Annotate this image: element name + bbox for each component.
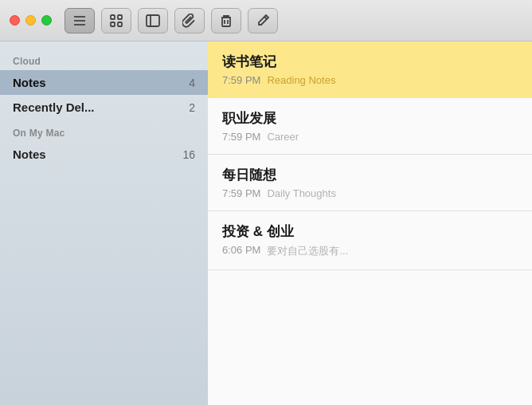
- sidebar: Cloud Notes 4 Recently Del... 2 On My Ma…: [0, 41, 208, 405]
- svg-line-12: [264, 17, 267, 19]
- notes-list: 读书笔记 7:59 PM Reading Notes 职业发展 7:59 PM …: [208, 41, 532, 405]
- note-preview: Career: [267, 131, 299, 143]
- compose-button[interactable]: [248, 8, 278, 33]
- main-area: Cloud Notes 4 Recently Del... 2 On My Ma…: [0, 41, 532, 405]
- sidebar-item-recently-deleted[interactable]: Recently Del... 2: [0, 95, 208, 120]
- note-title: 读书笔记: [222, 53, 518, 71]
- titlebar: [0, 0, 532, 41]
- menu-button[interactable]: [65, 8, 95, 33]
- grid-icon: [109, 14, 123, 28]
- note-item[interactable]: 读书笔记 7:59 PM Reading Notes: [208, 41, 532, 98]
- trash-icon: [219, 14, 233, 28]
- sidebar-item-notes-cloud[interactable]: Notes 4: [0, 70, 208, 95]
- note-time: 7:59 PM: [222, 74, 260, 86]
- compose-icon: [256, 14, 270, 28]
- trash-button[interactable]: [211, 8, 241, 33]
- sidebar-toggle-button[interactable]: [138, 8, 168, 33]
- svg-rect-9: [222, 18, 230, 26]
- svg-rect-7: [147, 15, 159, 26]
- note-preview: 要对自己选股有...: [267, 244, 348, 258]
- attach-icon: [182, 14, 197, 28]
- sidebar-item-label: Notes: [13, 147, 182, 161]
- note-title: 投资 & 创业: [222, 222, 518, 241]
- note-time: 6:06 PM: [222, 244, 260, 258]
- svg-rect-3: [111, 15, 115, 19]
- svg-rect-5: [111, 22, 115, 26]
- sidebar-item-count: 16: [182, 148, 195, 161]
- note-item[interactable]: 职业发展 7:59 PM Career: [208, 98, 532, 155]
- svg-rect-4: [118, 15, 122, 19]
- sidebar-item-count: 4: [189, 77, 195, 89]
- sidebar-item-count: 2: [189, 101, 195, 114]
- sidebar-item-notes-local[interactable]: Notes 16: [0, 142, 208, 167]
- sidebar-icon: [146, 14, 160, 28]
- note-meta: 7:59 PM Reading Notes: [222, 74, 518, 86]
- menu-icon: [72, 14, 87, 28]
- note-preview: Daily Thoughts: [267, 187, 335, 199]
- minimize-button[interactable]: [25, 15, 36, 26]
- note-meta: 7:59 PM Career: [222, 131, 518, 143]
- traffic-lights: [10, 15, 52, 26]
- note-preview: Reading Notes: [267, 74, 335, 86]
- maximize-button[interactable]: [41, 15, 52, 26]
- close-button[interactable]: [10, 15, 20, 26]
- note-item[interactable]: 投资 & 创业 6:06 PM 要对自己选股有...: [208, 211, 532, 270]
- note-item[interactable]: 每日随想 7:59 PM Daily Thoughts: [208, 155, 532, 211]
- note-meta: 7:59 PM Daily Thoughts: [222, 187, 518, 199]
- cloud-section-title: Cloud: [0, 48, 208, 70]
- on-my-mac-section-title: On My Mac: [0, 120, 208, 142]
- gallery-button[interactable]: [101, 8, 131, 33]
- note-title: 职业发展: [222, 109, 518, 128]
- sidebar-item-label: Recently Del...: [13, 100, 189, 114]
- note-time: 7:59 PM: [222, 131, 260, 143]
- svg-rect-6: [118, 22, 122, 26]
- attach-button[interactable]: [174, 8, 205, 33]
- sidebar-item-label: Notes: [13, 76, 189, 89]
- note-time: 7:59 PM: [222, 187, 260, 199]
- note-meta: 6:06 PM 要对自己选股有...: [222, 244, 518, 258]
- note-title: 每日随想: [222, 166, 518, 184]
